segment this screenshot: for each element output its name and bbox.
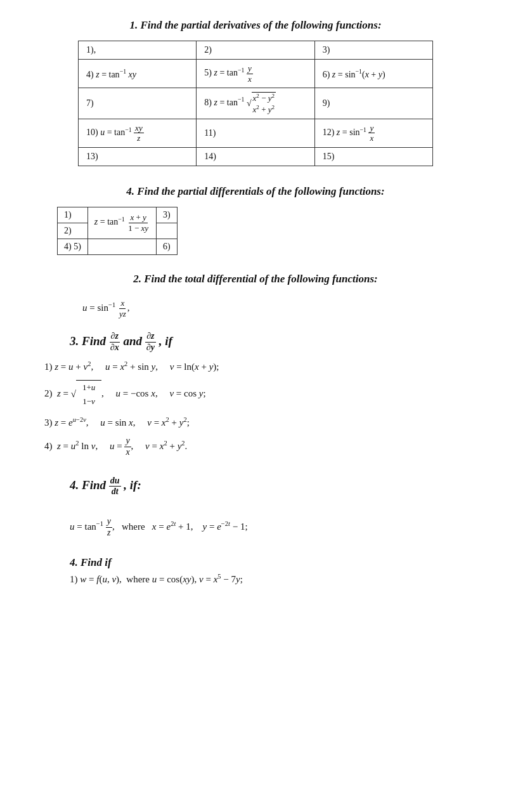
table-row: 10) u = tan−1 xyz 11) 12) z = sin−1 yx — [79, 119, 433, 147]
table-cell: z = tan−1 x + y 1 − xy — [87, 207, 156, 239]
section-4-pd-table: 1) z = tan−1 x + y 1 − xy 3) 2) 4) 5) 6) — [57, 207, 178, 255]
section-4-find-if: 4. Find if 1) w = f(u, v), where u = cos… — [32, 556, 479, 585]
table-cell: 1), — [79, 41, 197, 60]
section-1: 1. Find the partial derivatives of the f… — [32, 19, 479, 166]
table-cell: 7) — [79, 88, 197, 119]
table-row: 1), 2) 3) — [79, 41, 433, 60]
section-1-table: 1), 2) 3) 4) z = tan−1 xy 5) z = tan−1 y… — [78, 41, 433, 166]
section-2: 2. Find the total differential of the fo… — [32, 273, 479, 318]
section-3-title: 3. Find ∂z ∂x and ∂z ∂y , if — [70, 334, 172, 348]
table-cell: 14) — [197, 148, 314, 166]
section-2-title: 2. Find the total differential of the fo… — [32, 273, 479, 285]
section-3-body: 1) z = u + v2, u = x2 + sin y, v = ln(x … — [32, 358, 479, 458]
table-row: 13) 14) 15) — [79, 148, 433, 166]
table-cell: 15) — [314, 148, 432, 166]
table-cell: 6) z = sin−1(x + y) — [314, 60, 432, 88]
section-3-item-4: 4) z = u2 ln v, u = y x , v = x2 + y2. — [44, 436, 479, 458]
table-cell: 4) 5) — [58, 239, 88, 255]
section-4-du-dt: 4. Find du dt , if: u = tan−1 y z , wher… — [32, 476, 479, 539]
section-3-item-1: 1) z = u + v2, u = x2 + sin y, v = ln(x … — [44, 358, 479, 376]
table-cell: 4) z = tan−1 xy — [79, 60, 197, 88]
table-cell: 2) — [197, 41, 314, 60]
table-cell: 6) — [157, 239, 178, 255]
section-3-item-3: 3) z = eu−2v, u = sin x, v = x2 + y2; — [44, 414, 479, 431]
section-3-item-2: 2) z = √ 1+u 1−v , u = −cos x, v = cos y… — [44, 380, 479, 409]
table-cell: 11) — [197, 119, 314, 147]
table-cell: 10) u = tan−1 xyz — [79, 119, 197, 147]
section-4-du-content: u = tan−1 y z , where x = e2t + 1, y = e… — [70, 516, 479, 539]
section-4-find-if-item1: 1) w = f(u, v), where u = cos(xy), v = x… — [70, 573, 479, 585]
table-cell — [157, 223, 178, 239]
table-cell: 9) — [314, 88, 432, 119]
table-cell: 5) z = tan−1 yx — [197, 60, 314, 88]
table-row: 7) 8) z = tan−1 √ x2 − y2 x2 + y2 9) — [79, 88, 433, 119]
table-cell: 13) — [79, 148, 197, 166]
table-cell: 3) — [157, 207, 178, 223]
table-row: 1) z = tan−1 x + y 1 − xy 3) — [58, 207, 178, 223]
section-4-pd-title: 4. Find the partial differentials of the… — [32, 185, 479, 198]
section-4-find-if-title: 4. Find if — [70, 556, 479, 569]
table-cell: 1) — [58, 207, 88, 223]
table-row: 4) 5) 6) — [58, 239, 178, 255]
table-cell: 8) z = tan−1 √ x2 − y2 x2 + y2 — [197, 88, 314, 119]
table-cell: 3) — [314, 41, 432, 60]
section-3: 3. Find ∂z ∂x and ∂z ∂y , if 1) z = u + … — [32, 331, 479, 457]
table-cell: 12) z = sin−1 yx — [314, 119, 432, 147]
table-row: 4) z = tan−1 xy 5) z = tan−1 yx 6) z = s… — [79, 60, 433, 88]
section-4-du-title: 4. Find du dt , if: — [70, 478, 141, 492]
section-1-title: 1. Find the partial derivatives of the f… — [32, 19, 479, 32]
section-4-partial-diff: 4. Find the partial differentials of the… — [32, 185, 479, 255]
section-2-formula: u = sin−1 x yz , — [82, 303, 129, 313]
table-cell — [87, 239, 156, 255]
table-cell: 2) — [58, 223, 88, 239]
